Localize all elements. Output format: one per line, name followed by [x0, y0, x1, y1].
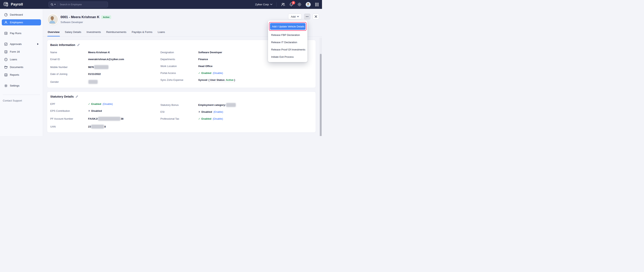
- field-value: Software Developer: [198, 51, 222, 54]
- search-divider: [58, 3, 58, 6]
- tab-payslips-forms[interactable]: Payslips & Forms: [132, 30, 152, 36]
- edit-pencil-icon[interactable]: [77, 44, 80, 46]
- field-row: Email ID meerakrishnan.k@zylker.com: [50, 58, 160, 61]
- menu-item-add-update-vehicle-details[interactable]: Add / Update Vehicle Details: [270, 23, 306, 30]
- disable-link[interactable]: (Disable): [102, 102, 113, 106]
- scrollbar-track[interactable]: [320, 38, 322, 136]
- tab-investments[interactable]: Investments: [86, 30, 101, 36]
- field-value: 01/11/2022: [88, 72, 101, 76]
- menu-item-release-it-declaration[interactable]: Release IT Declaration: [268, 39, 308, 46]
- redacted-value: [226, 103, 236, 107]
- sidebar-item-form-16[interactable]: 16 Form 16: [2, 49, 41, 55]
- sidebar-item-label: Dashboard: [10, 13, 23, 16]
- field-row: Mobile Number 9876: [50, 65, 160, 68]
- sidebar-item-pay-runs[interactable]: Pay Runs: [2, 30, 41, 36]
- field-value: Synced ( User Status: Active ): [198, 78, 235, 82]
- sidebar-item-approvals[interactable]: Approvals: [2, 41, 41, 47]
- documents-folder-icon: [4, 66, 8, 69]
- redacted-value: [94, 66, 108, 69]
- notifications-bell[interactable]: 6: [289, 2, 293, 7]
- field-row: Portal Access ✓ Enabled (Disable): [160, 72, 316, 74]
- disabled-cross-icon: ✕: [198, 110, 200, 113]
- pay-runs-icon: [4, 32, 8, 35]
- sidebar-item-label: Employees: [10, 21, 23, 24]
- topbar-divider: [276, 2, 277, 7]
- sidebar-item-label: Documents: [10, 66, 23, 68]
- field-label: Gender: [50, 80, 88, 83]
- settings-gear[interactable]: [297, 2, 302, 6]
- tab-reimbursements[interactable]: Reimbursements: [106, 30, 126, 36]
- field-label: PF Account Number: [50, 117, 88, 120]
- field-row: ESI ✕ Disabled (Enable): [160, 110, 316, 113]
- menu-item-initiate-exit-process[interactable]: Initiate Exit Process: [268, 53, 308, 60]
- users-icon[interactable]: [281, 2, 285, 6]
- field-row: UAN 23 8: [50, 124, 160, 128]
- disable-link[interactable]: (Disable): [213, 72, 223, 74]
- sidebar-divider: [3, 94, 40, 95]
- menu-item-release-proof-of-investments[interactable]: Release Proof Of Investments: [268, 46, 308, 53]
- submenu-arrow-icon: [37, 43, 38, 45]
- field-label: EPF: [50, 102, 88, 106]
- app-logo[interactable]: Payroll: [0, 2, 43, 7]
- sidebar-item-settings[interactable]: Settings: [2, 82, 41, 89]
- field-value: Employment category:: [198, 102, 236, 106]
- edit-pencil-icon[interactable]: [76, 95, 78, 98]
- disable-link[interactable]: (Disable): [213, 117, 223, 120]
- employee-designation: Software Developer: [60, 21, 111, 24]
- tab-overview[interactable]: Overview: [48, 30, 60, 36]
- sidebar-item-label: Loans: [10, 58, 17, 61]
- search-icon[interactable]: [51, 3, 54, 6]
- user-avatar[interactable]: [306, 2, 311, 7]
- field-value: 23 8: [88, 124, 106, 128]
- employee-avatar: [48, 14, 58, 25]
- sidebar-item-reports[interactable]: Reports: [2, 72, 41, 78]
- field-label: Portal Access: [160, 72, 198, 74]
- tab-loans[interactable]: Loans: [158, 30, 165, 36]
- more-actions-button[interactable]: •••: [304, 14, 310, 20]
- chevron-down-icon: [297, 16, 299, 17]
- header-actions: Add •••: [288, 14, 319, 20]
- tab-salary-details[interactable]: Salary Details: [65, 30, 81, 36]
- sidebar-item-employees[interactable]: Employees: [2, 19, 41, 26]
- sidebar-item-loans[interactable]: ₹ Loans: [2, 56, 41, 62]
- contact-support-link[interactable]: Contact Support: [3, 99, 43, 102]
- field-row: Work Location Head Office: [160, 65, 316, 68]
- settings-gear-icon: [4, 84, 8, 88]
- add-button-label: Add: [291, 15, 296, 18]
- redacted-value: [92, 125, 104, 128]
- global-search[interactable]: [48, 2, 108, 8]
- status-badge: Active: [101, 15, 111, 19]
- field-value: ✓ Enabled (Disable): [198, 117, 223, 120]
- gear-icon: [297, 2, 302, 6]
- svg-text:₹: ₹: [5, 59, 6, 60]
- sidebar-item-dashboard[interactable]: Dashboard: [2, 12, 41, 18]
- enabled-check-icon: ✓: [88, 102, 90, 106]
- org-switcher[interactable]: Zylker Corp: [255, 3, 272, 6]
- enabled-check-icon: ✓: [198, 72, 200, 74]
- field-value: ✓ Enabled (Disable): [198, 72, 223, 74]
- close-button[interactable]: [313, 14, 319, 20]
- field-label: ESI: [160, 110, 198, 113]
- sidebar-item-documents[interactable]: Documents: [2, 64, 41, 70]
- sidebar-item-label: Settings: [10, 84, 20, 87]
- field-label: Work Location: [160, 65, 198, 68]
- payroll-app: Payroll Zylker Corp: [0, 0, 322, 136]
- loans-icon: ₹: [4, 58, 8, 61]
- scrollbar-thumb[interactable]: [320, 54, 322, 136]
- search-scope-caret-icon[interactable]: [54, 4, 56, 5]
- notification-badge: 6: [292, 1, 295, 4]
- enable-link[interactable]: (Enable): [214, 110, 223, 113]
- menu-item-release-fbp-declaration[interactable]: Release FBP Declaration: [268, 31, 308, 39]
- page-title: 0001 - Meera Krishnan K: [60, 15, 99, 19]
- field-row: Name Meera Krishnan K: [50, 51, 160, 54]
- search-input[interactable]: [60, 3, 106, 6]
- redacted-value: [98, 117, 120, 120]
- sidebar-item-label: Approvals: [10, 42, 22, 46]
- add-button[interactable]: Add: [288, 14, 302, 20]
- apps-grid-icon[interactable]: [315, 2, 319, 6]
- payroll-logo-icon: [4, 2, 9, 7]
- field-label: Mobile Number: [50, 66, 88, 68]
- field-row: Sync Zoho Expense Synced ( User Status: …: [160, 78, 316, 82]
- app-name: Payroll: [11, 2, 23, 6]
- field-value: Meera Krishnan K: [88, 51, 110, 54]
